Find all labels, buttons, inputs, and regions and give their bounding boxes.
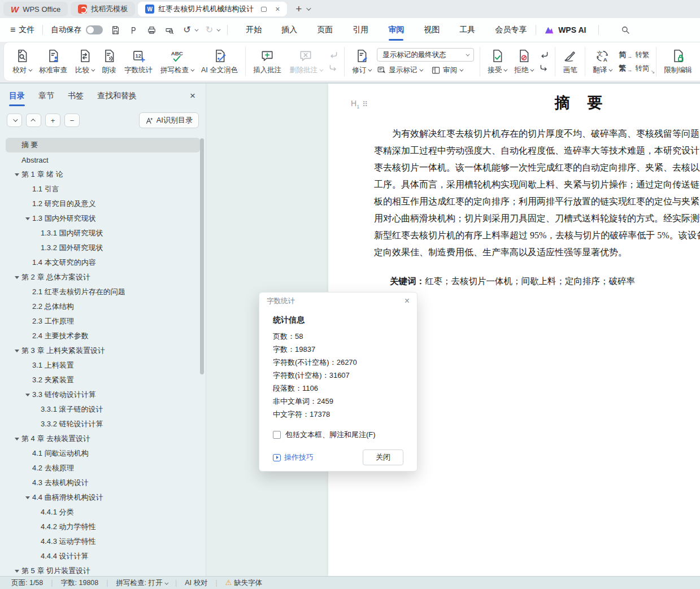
spell-check-indicator[interactable]: 拼写检查: 打开 <box>116 578 167 588</box>
delete-comment-button[interactable]: 删除批注 <box>285 44 326 79</box>
dialog-titlebar[interactable]: 字数统计 × <box>259 293 417 309</box>
dialog-close-button[interactable]: 关闭 <box>363 450 403 465</box>
expand-triangle-icon[interactable] <box>12 570 21 573</box>
accept-revision-button[interactable]: 接受 <box>484 44 510 79</box>
print-icon[interactable] <box>147 25 156 35</box>
compare-button[interactable]: 比较 <box>71 44 98 79</box>
menu-page[interactable]: 页面 <box>316 23 334 37</box>
tab-list-chevron-icon[interactable] <box>307 6 311 10</box>
toc-item[interactable]: 4.4.2 动力学特性 <box>6 520 200 534</box>
proofread-button[interactable]: 校对 <box>8 44 35 79</box>
show-markup-button[interactable]: 显示标记 <box>377 66 422 75</box>
restrict-editing-button[interactable]: 限制编辑 <box>660 44 696 79</box>
toc-item[interactable]: 4.3 去核机构设计 <box>6 475 200 490</box>
toc-item[interactable]: 4.2 去核原理 <box>6 461 200 475</box>
tab-chapters[interactable]: 章节 <box>38 89 54 103</box>
group-expand-icon[interactable]: ↘ <box>651 69 655 75</box>
zoom-in-toc-button[interactable]: + <box>45 114 60 127</box>
float-window-icon[interactable] <box>261 7 267 12</box>
toc-item[interactable]: 第 2 章 总体方案设计 <box>6 270 200 285</box>
toc-item[interactable]: 3.3 链传动设计计算 <box>6 387 200 402</box>
undo-icon[interactable]: ↺ <box>183 25 190 34</box>
toc-item[interactable]: 1.4 本文研究的内容 <box>6 255 200 270</box>
toc-item[interactable]: 第 4 章 去核装置设计 <box>6 431 200 446</box>
missing-font-warning[interactable]: ⚠ 缺失字体 <box>225 578 262 588</box>
tab-find-replace[interactable]: 查找和替换 <box>97 89 137 103</box>
insert-comment-button[interactable]: 插入批注 <box>249 44 285 79</box>
toc-item[interactable]: 2.1 红枣去核切片存在的问题 <box>6 285 200 299</box>
undo-history-chevron-icon[interactable] <box>194 27 198 31</box>
menu-insert[interactable]: 插入 <box>280 23 298 37</box>
ai-proofread-button[interactable]: AI 校对 <box>185 578 207 588</box>
expand-triangle-icon[interactable] <box>23 394 32 396</box>
previous-revision-icon[interactable] <box>539 51 549 59</box>
wps-ai-button[interactable]: WPS AI <box>544 25 586 34</box>
checkbox-icon[interactable] <box>273 431 281 439</box>
tab-document[interactable]: W 红枣去核切片机机械结构设计 × <box>138 2 287 16</box>
ai-polish-button[interactable]: AI 全文润色 <box>197 44 242 79</box>
print-preview-icon[interactable] <box>165 25 175 35</box>
toc-item[interactable]: 4.1 间歇运动机构 <box>6 446 200 461</box>
expand-triangle-icon[interactable] <box>12 173 21 176</box>
ink-brush-button[interactable]: 画笔 <box>559 44 581 79</box>
expand-triangle-icon[interactable] <box>12 276 21 279</box>
toc-item[interactable]: 3.3.2 链轮设计计算 <box>6 417 200 431</box>
tab-bookmarks[interactable]: 书签 <box>68 89 84 103</box>
markup-state-dropdown[interactable]: 显示标记的最终状态 <box>377 48 474 62</box>
sidebar-scrollbar[interactable] <box>200 138 204 374</box>
autosave-toggle[interactable] <box>86 25 103 34</box>
next-comment-icon[interactable] <box>328 64 338 72</box>
menu-view[interactable]: 视图 <box>423 23 441 37</box>
toc-item[interactable]: 4.4 曲柄滑块机构设计 <box>6 490 200 505</box>
redo-history-chevron-icon[interactable] <box>217 27 221 31</box>
expand-triangle-icon[interactable] <box>23 496 32 499</box>
word-count-button[interactable]: 12 字数统计 <box>120 44 156 79</box>
tab-wps-office[interactable]: W WPS Office <box>3 2 68 16</box>
export-pdf-icon[interactable] <box>129 25 138 35</box>
word-count-indicator[interactable]: 字数: 19808 <box>61 578 99 588</box>
collapse-all-button[interactable] <box>26 114 41 127</box>
toc-item[interactable]: 摘 要 <box>6 138 200 152</box>
menu-review[interactable]: 审阅 <box>387 23 405 37</box>
search-icon[interactable] <box>620 25 631 35</box>
close-sidebar-icon[interactable]: × <box>190 90 195 102</box>
toc-item[interactable]: 2.4 主要技术参数 <box>6 329 200 343</box>
document-permission-button[interactable]: 文档 <box>696 44 700 79</box>
toc-item[interactable]: 第 1 章 绪 论 <box>6 167 200 182</box>
tips-link[interactable]: 操作技巧 <box>273 452 314 463</box>
toc-item[interactable]: 1.3.1 国内研究现状 <box>6 226 200 241</box>
toc-item[interactable]: 1.3.2 国外研究现状 <box>6 241 200 255</box>
review-pane-button[interactable]: 审阅 <box>431 66 462 75</box>
close-tab-icon[interactable]: × <box>275 5 280 14</box>
menu-tools[interactable]: 工具 <box>458 23 476 37</box>
expand-triangle-icon[interactable] <box>23 217 32 220</box>
menu-member[interactable]: 会员专享 <box>494 23 528 37</box>
tab-docer-templates[interactable]: 找稻壳模板 <box>71 2 135 16</box>
toc-item[interactable]: 3.3.1 滚子链的设计 <box>6 402 200 417</box>
spell-check-button[interactable]: ABC 拼写检查 <box>156 44 197 79</box>
new-tab-button[interactable]: + <box>295 3 302 15</box>
tab-contents[interactable]: 目录 <box>9 89 25 103</box>
next-revision-icon[interactable] <box>539 64 549 72</box>
track-changes-button[interactable]: 修订 <box>348 44 375 79</box>
expand-triangle-icon[interactable] <box>12 350 21 352</box>
reject-revision-button[interactable]: 拒绝 <box>510 44 537 79</box>
toc-item[interactable]: 2.2 总体结构 <box>6 299 200 314</box>
read-aloud-button[interactable]: 朗读 <box>98 44 120 79</box>
redo-icon[interactable]: ↻ <box>206 25 213 34</box>
to-simplified-button[interactable]: 繁→ 转简 <box>619 63 649 73</box>
translate-button[interactable]: 文A 翻译 <box>589 44 615 79</box>
ai-recognize-toc-button[interactable]: AI识别目录 <box>139 112 199 128</box>
toc-item[interactable]: 4.4.1 分类 <box>6 505 200 520</box>
toc-item[interactable]: 4.4.3 运动学特性 <box>6 534 200 549</box>
toc-item[interactable]: 1.1 引言 <box>6 182 200 197</box>
toc-item[interactable]: 1.3 国内外研究现状 <box>6 211 200 226</box>
toc-item[interactable]: 2.3 工作原理 <box>6 314 200 329</box>
previous-comment-icon[interactable] <box>328 51 338 59</box>
menu-home[interactable]: 开始 <box>245 23 263 37</box>
toc-item[interactable]: Abstract <box>6 152 200 167</box>
standard-review-button[interactable]: 标准审查 <box>35 44 71 79</box>
menu-reference[interactable]: 引用 <box>351 23 369 37</box>
expand-triangle-icon[interactable] <box>12 438 21 440</box>
toc-item[interactable]: 1.2 研究目的及意义 <box>6 197 200 211</box>
